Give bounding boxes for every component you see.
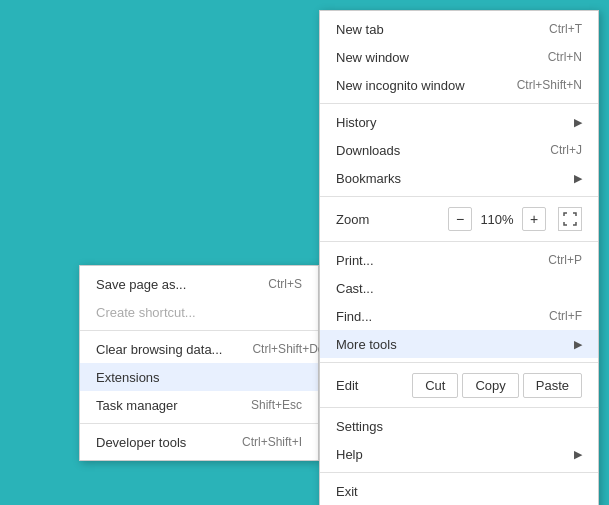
downloads-item[interactable]: Downloads Ctrl+J [320, 136, 598, 164]
zoom-minus-button[interactable]: − [448, 207, 472, 231]
fullscreen-button[interactable] [558, 207, 582, 231]
print-item[interactable]: Print... Ctrl+P [320, 246, 598, 274]
divider-6 [320, 472, 598, 473]
submenu-divider-1 [80, 330, 318, 331]
bookmarks-item[interactable]: Bookmarks ▶ [320, 164, 598, 192]
help-item[interactable]: Help ▶ [320, 440, 598, 468]
save-page-as-item[interactable]: Save page as... Ctrl+S [80, 270, 318, 298]
exit-item[interactable]: Exit [320, 477, 598, 505]
divider-3 [320, 241, 598, 242]
more-tools-item[interactable]: More tools ▶ [320, 330, 598, 358]
more-tools-submenu: Save page as... Ctrl+S Create shortcut..… [79, 265, 319, 461]
find-item[interactable]: Find... Ctrl+F [320, 302, 598, 330]
submenu-divider-2 [80, 423, 318, 424]
create-shortcut-item: Create shortcut... [80, 298, 318, 326]
new-tab-item[interactable]: New tab Ctrl+T [320, 15, 598, 43]
new-incognito-item[interactable]: New incognito window Ctrl+Shift+N [320, 71, 598, 99]
cast-item[interactable]: Cast... [320, 274, 598, 302]
zoom-row: Zoom − 110% + [320, 201, 598, 237]
main-menu: New tab Ctrl+T New window Ctrl+N New inc… [319, 10, 599, 505]
history-item[interactable]: History ▶ [320, 108, 598, 136]
clear-browsing-data-item[interactable]: Clear browsing data... Ctrl+Shift+Del [80, 335, 318, 363]
zoom-value: 110% [478, 212, 516, 227]
task-manager-item[interactable]: Task manager Shift+Esc [80, 391, 318, 419]
developer-tools-item[interactable]: Developer tools Ctrl+Shift+I [80, 428, 318, 456]
copy-button[interactable]: Copy [462, 373, 518, 398]
divider-1 [320, 103, 598, 104]
paste-button[interactable]: Paste [523, 373, 582, 398]
divider-5 [320, 407, 598, 408]
menu-container: Save page as... Ctrl+S Create shortcut..… [319, 10, 599, 505]
zoom-plus-button[interactable]: + [522, 207, 546, 231]
edit-row: Edit Cut Copy Paste [320, 367, 598, 403]
extensions-item[interactable]: Extensions [80, 363, 318, 391]
zoom-controls: − 110% + [448, 207, 582, 231]
new-window-item[interactable]: New window Ctrl+N [320, 43, 598, 71]
divider-2 [320, 196, 598, 197]
settings-item[interactable]: Settings [320, 412, 598, 440]
divider-4 [320, 362, 598, 363]
cut-button[interactable]: Cut [412, 373, 458, 398]
